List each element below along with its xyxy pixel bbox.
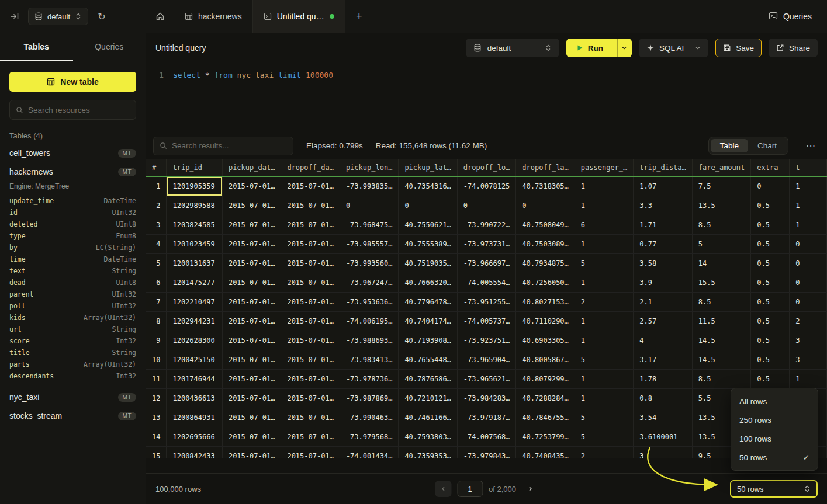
cell[interactable]: 2015-07-01… <box>222 388 281 408</box>
column-header[interactable]: # <box>146 159 167 176</box>
cell[interactable]: 1200425150 <box>167 350 222 369</box>
cell[interactable]: 6 <box>575 215 633 234</box>
cell[interactable]: 7.5 <box>692 176 750 196</box>
cell[interactable]: 2015-07-01… <box>222 311 281 331</box>
cell[interactable]: 40.7193908… <box>399 331 457 350</box>
query-database-selector[interactable]: default <box>466 39 559 57</box>
cell[interactable]: 8.5 <box>692 369 750 388</box>
cell[interactable]: 2015-07-01… <box>222 292 281 311</box>
cell[interactable]: 2 <box>575 292 633 311</box>
cell[interactable]: -74.006195… <box>340 311 398 331</box>
sidebar-item-hackernews[interactable]: hackernews MT <box>0 162 146 181</box>
run-options-button[interactable] <box>617 39 631 57</box>
cell[interactable]: 0.5 <box>751 311 790 331</box>
cell[interactable]: -73.973731… <box>457 234 515 253</box>
cell[interactable]: 1202628300 <box>167 331 222 350</box>
cell[interactable]: 1 <box>575 196 633 215</box>
cell[interactable]: 1202944231 <box>167 311 222 331</box>
tab-hackernews[interactable]: hackernews <box>174 0 253 33</box>
cell[interactable]: 1200131637 <box>167 253 222 273</box>
cell[interactable]: 0 <box>751 176 790 196</box>
sql-ai-button[interactable]: SQL AI <box>639 39 708 57</box>
cell[interactable]: 0.5 <box>751 196 790 215</box>
cell[interactable]: 14.5 <box>692 331 750 350</box>
schema-field-row[interactable]: titleString <box>0 347 146 359</box>
cell[interactable]: 0.8 <box>634 388 692 408</box>
page-size-option[interactable]: 250 rows <box>731 411 818 429</box>
cell[interactable]: 1200864931 <box>167 408 222 427</box>
schema-field-row[interactable]: update_timeDateTime <box>0 195 146 207</box>
cell[interactable]: 40.7354316… <box>399 176 457 196</box>
cell[interactable]: 3.3 <box>634 196 692 215</box>
cell[interactable]: 40.7796478… <box>399 292 457 311</box>
share-button[interactable]: Share <box>769 39 818 57</box>
cell[interactable]: 0.5 <box>751 292 790 311</box>
cell[interactable]: -73.979187… <box>457 408 515 427</box>
cell[interactable]: -74.001434… <box>340 446 398 458</box>
cell[interactable]: 2015-07-01… <box>222 176 281 196</box>
cell[interactable]: 1201475277 <box>167 273 222 292</box>
cell[interactable]: 2015-07-01… <box>281 427 340 446</box>
cell[interactable]: 0.5 <box>751 273 790 292</box>
cell[interactable]: 40.7846755… <box>516 408 575 427</box>
cell[interactable]: 0 <box>790 234 827 253</box>
cell[interactable]: 0.5 <box>751 331 790 350</box>
cell[interactable]: 2015-07-01… <box>281 253 340 273</box>
prev-page-button[interactable] <box>435 481 451 497</box>
cell[interactable]: -73.967247… <box>340 273 398 292</box>
cell[interactable]: -73.953636… <box>340 292 398 311</box>
cell[interactable]: 5 <box>692 234 750 253</box>
tab-home[interactable] <box>146 0 174 33</box>
cell[interactable]: 0.5 <box>751 215 790 234</box>
cell[interactable]: 1201023459 <box>167 234 222 253</box>
cell[interactable]: 40.7318305… <box>516 176 575 196</box>
cell[interactable]: 40.7508049… <box>516 215 575 234</box>
cell[interactable]: 40.7288284… <box>516 388 575 408</box>
cell[interactable]: -73.965904… <box>457 350 515 369</box>
column-header[interactable]: extra <box>751 159 790 176</box>
cell[interactable]: 40.8005867… <box>516 350 575 369</box>
cell[interactable]: 1200842433 <box>167 446 222 458</box>
cell[interactable]: 1 <box>790 176 827 196</box>
column-header[interactable]: fare_amount <box>692 159 750 176</box>
cell[interactable]: -74.0078125 <box>457 176 515 196</box>
cell[interactable]: 3.9 <box>634 273 692 292</box>
schema-field-row[interactable]: typeEnum8 <box>0 230 146 242</box>
schema-field-row[interactable]: descendantsInt32 <box>0 370 146 382</box>
cell[interactable]: 2015-07-01… <box>222 273 281 292</box>
cell[interactable]: 2015-07-01… <box>281 350 340 369</box>
cell[interactable]: 40.7934875… <box>516 253 575 273</box>
cell[interactable]: 1.07 <box>634 176 692 196</box>
cell[interactable]: 40.7110290… <box>516 311 575 331</box>
cell[interactable]: 3 <box>634 446 692 458</box>
sidebar-item-cell-towers[interactable]: cell_towers MT <box>0 144 146 162</box>
schema-field-row[interactable]: partsArray(UInt32) <box>0 359 146 370</box>
cell[interactable]: 2015-07-01… <box>281 331 340 350</box>
schema-field-row[interactable]: byLC(String) <box>0 242 146 253</box>
cell[interactable]: 0 <box>399 196 457 215</box>
cell[interactable]: 40.6903305… <box>516 331 575 350</box>
cell[interactable]: 40.7404174… <box>399 311 457 331</box>
column-header[interactable]: pickup_lon… <box>340 159 398 176</box>
page-size-option[interactable]: 100 rows <box>731 429 818 448</box>
more-options-button[interactable]: ⋯ <box>801 140 820 151</box>
cell[interactable]: 3.58 <box>634 253 692 273</box>
cell[interactable]: -74.005737… <box>457 311 515 331</box>
cell[interactable]: -73.979568… <box>340 427 398 446</box>
schema-field-row[interactable]: urlString <box>0 324 146 335</box>
cell[interactable]: 3 <box>790 350 827 369</box>
cell[interactable]: 1203824585 <box>167 215 222 234</box>
column-header[interactable]: dropoff_da… <box>281 159 340 176</box>
cell[interactable]: 2 <box>790 311 827 331</box>
cell[interactable]: 1.71 <box>634 215 692 234</box>
cell[interactable]: -73.987869… <box>340 388 398 408</box>
cell[interactable]: 1 <box>790 369 827 388</box>
schema-field-row[interactable]: idUInt32 <box>0 207 146 218</box>
cell[interactable]: 1202989588 <box>167 196 222 215</box>
cell[interactable]: 5 <box>575 408 633 427</box>
cell[interactable]: 0 <box>457 196 515 215</box>
cell[interactable]: 14.5 <box>692 350 750 369</box>
cell[interactable]: 40.7461166… <box>399 408 457 427</box>
view-toggle-chart[interactable]: Chart <box>748 139 786 152</box>
cell[interactable]: 40.7555389… <box>399 234 457 253</box>
